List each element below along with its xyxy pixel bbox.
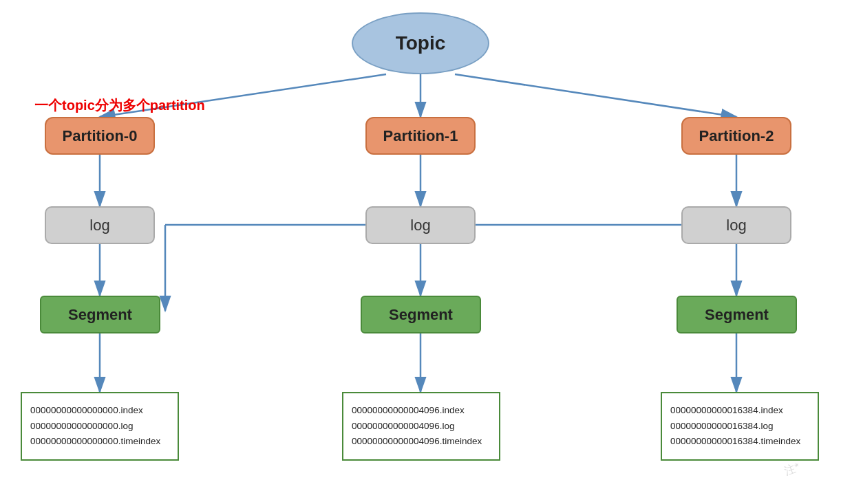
segment-1-label: Segment <box>389 306 453 324</box>
watermark: 注* <box>783 460 802 479</box>
segment-0-label: Segment <box>68 306 132 324</box>
log-2-box: log <box>681 206 791 244</box>
partition-2-label: Partition-2 <box>699 127 774 145</box>
partition-1-label: Partition-1 <box>383 127 458 145</box>
file-0-line1: 00000000000000000.index <box>30 403 169 419</box>
partition-0-label: Partition-0 <box>63 127 138 145</box>
log-2-label: log <box>726 217 746 234</box>
partition-0-box: Partition-0 <box>45 117 155 155</box>
file-1-box: 00000000000004096.index 0000000000000409… <box>342 392 500 461</box>
log-0-box: log <box>45 206 155 244</box>
log-0-label: log <box>89 217 109 234</box>
file-1-line3: 00000000000004096.timeindex <box>352 434 491 450</box>
segment-0-box: Segment <box>40 296 160 333</box>
file-2-line3: 00000000000016384.timeindex <box>670 434 809 450</box>
segment-1-box: Segment <box>361 296 481 333</box>
file-0-line2: 00000000000000000.log <box>30 419 169 435</box>
file-0-line3: 00000000000000000.timeindex <box>30 434 169 450</box>
file-1-line2: 00000000000004096.log <box>352 419 491 435</box>
annotation-text: 一个topic分为多个partition <box>34 96 205 115</box>
partition-1-box: Partition-1 <box>365 117 476 155</box>
log-1-label: log <box>410 217 430 234</box>
diagram-container: Topic 一个topic分为多个partition Partition-0 P… <box>0 0 841 504</box>
svg-line-2 <box>455 74 736 117</box>
file-0-box: 00000000000000000.index 0000000000000000… <box>21 392 179 461</box>
file-2-line2: 00000000000016384.log <box>670 419 809 435</box>
segment-2-box: Segment <box>677 296 797 333</box>
segment-2-label: Segment <box>705 306 769 324</box>
topic-label: Topic <box>396 32 446 54</box>
file-2-box: 00000000000016384.index 0000000000001638… <box>661 392 819 461</box>
log-1-box: log <box>365 206 476 244</box>
file-1-line1: 00000000000004096.index <box>352 403 491 419</box>
topic-node: Topic <box>352 12 489 74</box>
file-2-line1: 00000000000016384.index <box>670 403 809 419</box>
partition-2-box: Partition-2 <box>681 117 791 155</box>
